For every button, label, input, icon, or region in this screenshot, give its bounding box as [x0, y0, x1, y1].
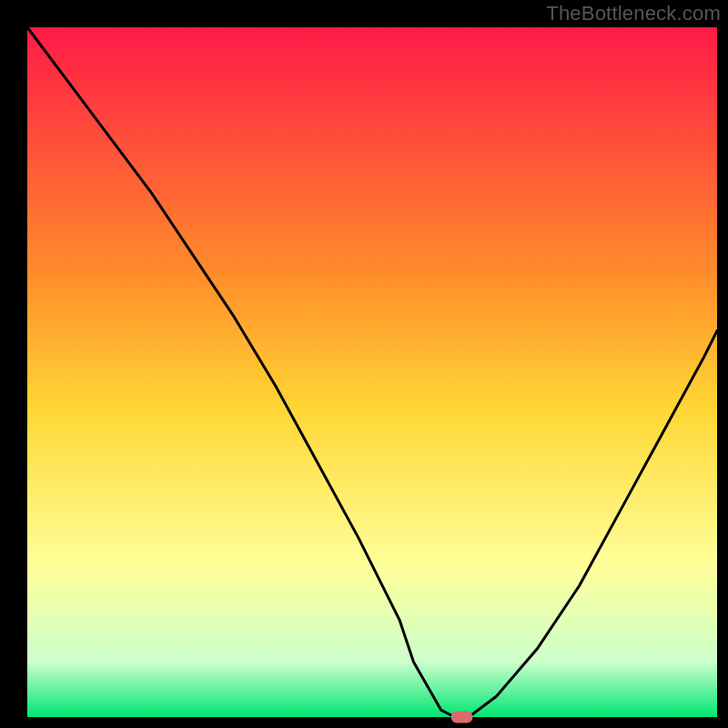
chart-stage: TheBottleneck.com: [0, 0, 728, 728]
optimum-marker: [451, 712, 473, 723]
attribution-watermark: TheBottleneck.com: [546, 2, 721, 25]
bottleneck-chart: [0, 0, 728, 728]
plot-background-gradient: [27, 27, 717, 717]
